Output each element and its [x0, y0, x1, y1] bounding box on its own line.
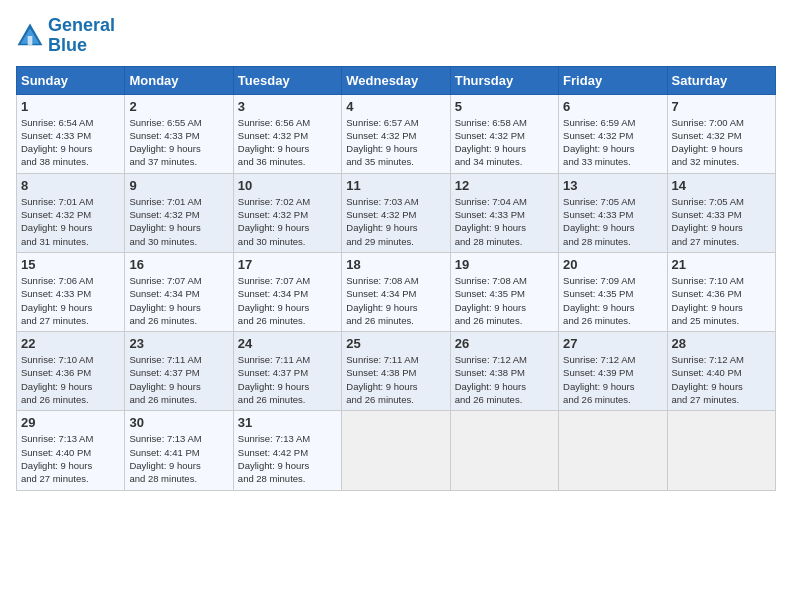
- calendar-day-18: 18Sunrise: 7:08 AMSunset: 4:34 PMDayligh…: [342, 252, 450, 331]
- day-info: Sunrise: 7:04 AMSunset: 4:33 PMDaylight:…: [455, 195, 554, 248]
- day-number: 2: [129, 99, 228, 114]
- weekday-header-tuesday: Tuesday: [233, 66, 341, 94]
- day-number: 24: [238, 336, 337, 351]
- empty-cell: [450, 411, 558, 490]
- day-info: Sunrise: 7:09 AMSunset: 4:35 PMDaylight:…: [563, 274, 662, 327]
- day-number: 6: [563, 99, 662, 114]
- day-number: 5: [455, 99, 554, 114]
- weekday-header-wednesday: Wednesday: [342, 66, 450, 94]
- day-number: 13: [563, 178, 662, 193]
- day-number: 1: [21, 99, 120, 114]
- day-info: Sunrise: 6:57 AMSunset: 4:32 PMDaylight:…: [346, 116, 445, 169]
- calendar-day-6: 6Sunrise: 6:59 AMSunset: 4:32 PMDaylight…: [559, 94, 667, 173]
- calendar-day-9: 9Sunrise: 7:01 AMSunset: 4:32 PMDaylight…: [125, 173, 233, 252]
- day-info: Sunrise: 7:07 AMSunset: 4:34 PMDaylight:…: [129, 274, 228, 327]
- day-number: 29: [21, 415, 120, 430]
- day-info: Sunrise: 7:12 AMSunset: 4:39 PMDaylight:…: [563, 353, 662, 406]
- day-info: Sunrise: 6:55 AMSunset: 4:33 PMDaylight:…: [129, 116, 228, 169]
- calendar-day-12: 12Sunrise: 7:04 AMSunset: 4:33 PMDayligh…: [450, 173, 558, 252]
- day-info: Sunrise: 7:05 AMSunset: 4:33 PMDaylight:…: [563, 195, 662, 248]
- day-number: 31: [238, 415, 337, 430]
- calendar-day-31: 31Sunrise: 7:13 AMSunset: 4:42 PMDayligh…: [233, 411, 341, 490]
- day-number: 18: [346, 257, 445, 272]
- calendar-day-1: 1Sunrise: 6:54 AMSunset: 4:33 PMDaylight…: [17, 94, 125, 173]
- day-number: 22: [21, 336, 120, 351]
- day-info: Sunrise: 7:05 AMSunset: 4:33 PMDaylight:…: [672, 195, 771, 248]
- calendar-day-8: 8Sunrise: 7:01 AMSunset: 4:32 PMDaylight…: [17, 173, 125, 252]
- calendar-day-28: 28Sunrise: 7:12 AMSunset: 4:40 PMDayligh…: [667, 332, 775, 411]
- calendar-day-24: 24Sunrise: 7:11 AMSunset: 4:37 PMDayligh…: [233, 332, 341, 411]
- day-number: 4: [346, 99, 445, 114]
- day-number: 16: [129, 257, 228, 272]
- calendar-week-3: 15Sunrise: 7:06 AMSunset: 4:33 PMDayligh…: [17, 252, 776, 331]
- day-number: 26: [455, 336, 554, 351]
- weekday-header-sunday: Sunday: [17, 66, 125, 94]
- day-info: Sunrise: 7:12 AMSunset: 4:38 PMDaylight:…: [455, 353, 554, 406]
- day-info: Sunrise: 7:12 AMSunset: 4:40 PMDaylight:…: [672, 353, 771, 406]
- day-number: 30: [129, 415, 228, 430]
- day-info: Sunrise: 7:13 AMSunset: 4:40 PMDaylight:…: [21, 432, 120, 485]
- day-number: 9: [129, 178, 228, 193]
- day-info: Sunrise: 6:59 AMSunset: 4:32 PMDaylight:…: [563, 116, 662, 169]
- calendar-day-16: 16Sunrise: 7:07 AMSunset: 4:34 PMDayligh…: [125, 252, 233, 331]
- logo-text: General Blue: [48, 16, 115, 56]
- day-info: Sunrise: 7:11 AMSunset: 4:38 PMDaylight:…: [346, 353, 445, 406]
- page-header: General Blue: [16, 16, 776, 56]
- empty-cell: [342, 411, 450, 490]
- calendar-day-13: 13Sunrise: 7:05 AMSunset: 4:33 PMDayligh…: [559, 173, 667, 252]
- calendar-day-14: 14Sunrise: 7:05 AMSunset: 4:33 PMDayligh…: [667, 173, 775, 252]
- day-number: 3: [238, 99, 337, 114]
- weekday-header-monday: Monday: [125, 66, 233, 94]
- calendar-day-29: 29Sunrise: 7:13 AMSunset: 4:40 PMDayligh…: [17, 411, 125, 490]
- day-number: 25: [346, 336, 445, 351]
- day-number: 21: [672, 257, 771, 272]
- day-number: 15: [21, 257, 120, 272]
- calendar-day-30: 30Sunrise: 7:13 AMSunset: 4:41 PMDayligh…: [125, 411, 233, 490]
- empty-cell: [559, 411, 667, 490]
- calendar-day-26: 26Sunrise: 7:12 AMSunset: 4:38 PMDayligh…: [450, 332, 558, 411]
- calendar-header: SundayMondayTuesdayWednesdayThursdayFrid…: [17, 66, 776, 94]
- calendar-day-2: 2Sunrise: 6:55 AMSunset: 4:33 PMDaylight…: [125, 94, 233, 173]
- calendar-day-20: 20Sunrise: 7:09 AMSunset: 4:35 PMDayligh…: [559, 252, 667, 331]
- calendar-table: SundayMondayTuesdayWednesdayThursdayFrid…: [16, 66, 776, 491]
- calendar-day-5: 5Sunrise: 6:58 AMSunset: 4:32 PMDaylight…: [450, 94, 558, 173]
- day-number: 23: [129, 336, 228, 351]
- calendar-week-4: 22Sunrise: 7:10 AMSunset: 4:36 PMDayligh…: [17, 332, 776, 411]
- day-info: Sunrise: 7:10 AMSunset: 4:36 PMDaylight:…: [672, 274, 771, 327]
- day-info: Sunrise: 7:02 AMSunset: 4:32 PMDaylight:…: [238, 195, 337, 248]
- calendar-day-10: 10Sunrise: 7:02 AMSunset: 4:32 PMDayligh…: [233, 173, 341, 252]
- calendar-day-11: 11Sunrise: 7:03 AMSunset: 4:32 PMDayligh…: [342, 173, 450, 252]
- calendar-week-2: 8Sunrise: 7:01 AMSunset: 4:32 PMDaylight…: [17, 173, 776, 252]
- calendar-day-7: 7Sunrise: 7:00 AMSunset: 4:32 PMDaylight…: [667, 94, 775, 173]
- day-number: 8: [21, 178, 120, 193]
- calendar-week-1: 1Sunrise: 6:54 AMSunset: 4:33 PMDaylight…: [17, 94, 776, 173]
- empty-cell: [667, 411, 775, 490]
- day-number: 7: [672, 99, 771, 114]
- day-number: 28: [672, 336, 771, 351]
- day-number: 27: [563, 336, 662, 351]
- day-info: Sunrise: 7:11 AMSunset: 4:37 PMDaylight:…: [129, 353, 228, 406]
- day-info: Sunrise: 7:01 AMSunset: 4:32 PMDaylight:…: [129, 195, 228, 248]
- calendar-day-19: 19Sunrise: 7:08 AMSunset: 4:35 PMDayligh…: [450, 252, 558, 331]
- day-info: Sunrise: 7:08 AMSunset: 4:34 PMDaylight:…: [346, 274, 445, 327]
- day-number: 19: [455, 257, 554, 272]
- day-info: Sunrise: 7:13 AMSunset: 4:41 PMDaylight:…: [129, 432, 228, 485]
- day-number: 20: [563, 257, 662, 272]
- calendar-day-17: 17Sunrise: 7:07 AMSunset: 4:34 PMDayligh…: [233, 252, 341, 331]
- day-number: 12: [455, 178, 554, 193]
- day-info: Sunrise: 7:07 AMSunset: 4:34 PMDaylight:…: [238, 274, 337, 327]
- calendar-day-4: 4Sunrise: 6:57 AMSunset: 4:32 PMDaylight…: [342, 94, 450, 173]
- calendar-day-22: 22Sunrise: 7:10 AMSunset: 4:36 PMDayligh…: [17, 332, 125, 411]
- day-info: Sunrise: 6:58 AMSunset: 4:32 PMDaylight:…: [455, 116, 554, 169]
- day-info: Sunrise: 7:03 AMSunset: 4:32 PMDaylight:…: [346, 195, 445, 248]
- calendar-day-25: 25Sunrise: 7:11 AMSunset: 4:38 PMDayligh…: [342, 332, 450, 411]
- day-info: Sunrise: 6:56 AMSunset: 4:32 PMDaylight:…: [238, 116, 337, 169]
- day-info: Sunrise: 7:10 AMSunset: 4:36 PMDaylight:…: [21, 353, 120, 406]
- day-info: Sunrise: 7:08 AMSunset: 4:35 PMDaylight:…: [455, 274, 554, 327]
- day-number: 14: [672, 178, 771, 193]
- day-number: 10: [238, 178, 337, 193]
- calendar-day-3: 3Sunrise: 6:56 AMSunset: 4:32 PMDaylight…: [233, 94, 341, 173]
- logo-icon: [16, 22, 44, 50]
- day-info: Sunrise: 7:00 AMSunset: 4:32 PMDaylight:…: [672, 116, 771, 169]
- day-number: 17: [238, 257, 337, 272]
